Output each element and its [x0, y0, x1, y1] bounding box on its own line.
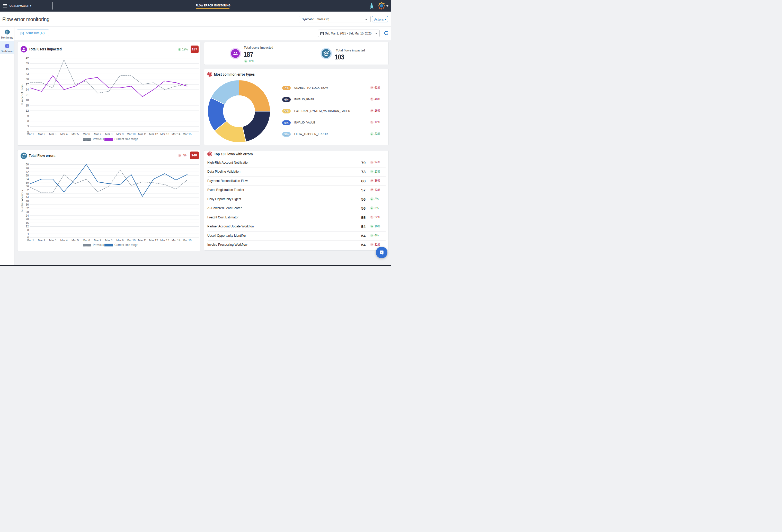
svg-text:Mar 6: Mar 6: [83, 133, 90, 136]
svg-text:80: 80: [26, 163, 29, 166]
svg-text:Mar 15: Mar 15: [183, 239, 191, 242]
svg-text:20: 20: [26, 218, 29, 221]
svg-text:36: 36: [26, 67, 29, 70]
svg-text:Mar 10: Mar 10: [127, 133, 136, 136]
svg-text:Mar 3: Mar 3: [49, 133, 56, 136]
svg-text:12: 12: [26, 225, 29, 228]
svg-text:Mar 6: Mar 6: [83, 239, 90, 242]
svg-text:4: 4: [27, 232, 29, 236]
svg-text:33: 33: [26, 72, 29, 75]
svg-text:56: 56: [26, 185, 29, 188]
svg-text:12: 12: [26, 109, 29, 112]
svg-text:Mar 9: Mar 9: [116, 239, 123, 242]
svg-text:Mar 1: Mar 1: [27, 133, 34, 136]
svg-text:36: 36: [26, 203, 29, 206]
svg-text:Mar 10: Mar 10: [127, 239, 136, 242]
svg-text:Mar 1: Mar 1: [27, 239, 34, 242]
svg-text:Mar 5: Mar 5: [72, 133, 79, 136]
svg-text:Mar 14: Mar 14: [172, 133, 180, 136]
svg-text:Number of errors: Number of errors: [21, 190, 24, 212]
svg-text:24: 24: [26, 88, 29, 91]
svg-text:32: 32: [26, 207, 29, 210]
svg-text:Mar 9: Mar 9: [116, 133, 123, 136]
svg-text:Mar 2: Mar 2: [38, 239, 45, 242]
svg-text:21: 21: [26, 94, 29, 97]
svg-text:40: 40: [26, 199, 29, 203]
svg-text:6: 6: [27, 119, 29, 123]
svg-text:Mar 11: Mar 11: [138, 239, 147, 242]
svg-text:Mar 3: Mar 3: [49, 239, 56, 242]
svg-text:Mar 12: Mar 12: [149, 239, 158, 242]
svg-text:39: 39: [26, 62, 29, 65]
svg-text:Mar 4: Mar 4: [61, 239, 68, 242]
svg-text:Number of users: Number of users: [21, 84, 24, 105]
svg-text:42: 42: [26, 57, 29, 60]
svg-text:27: 27: [26, 83, 29, 86]
svg-text:Mar 8: Mar 8: [105, 133, 112, 136]
svg-text:72: 72: [26, 170, 29, 173]
svg-text:0: 0: [27, 236, 29, 239]
svg-text:16: 16: [26, 221, 29, 224]
svg-text:48: 48: [26, 192, 29, 195]
svg-text:28: 28: [26, 210, 29, 214]
svg-text:Mar 12: Mar 12: [149, 133, 158, 136]
svg-text:Mar 13: Mar 13: [160, 133, 169, 136]
svg-text:Mar 15: Mar 15: [183, 133, 191, 136]
svg-text:Mar 8: Mar 8: [105, 239, 112, 242]
svg-text:52: 52: [26, 188, 29, 192]
svg-text:68: 68: [26, 174, 29, 177]
svg-text:60: 60: [26, 181, 29, 184]
svg-text:Mar 7: Mar 7: [94, 239, 101, 242]
svg-text:8: 8: [27, 228, 29, 232]
svg-text:Mar 14: Mar 14: [172, 239, 180, 242]
svg-text:64: 64: [26, 178, 29, 181]
svg-text:Mar 11: Mar 11: [138, 133, 147, 136]
svg-text:9: 9: [27, 114, 29, 117]
svg-text:24: 24: [26, 214, 29, 217]
svg-text:15: 15: [26, 104, 29, 107]
svg-text:Mar 4: Mar 4: [61, 133, 68, 136]
svg-text:44: 44: [26, 196, 29, 199]
svg-text:Mar 2: Mar 2: [38, 133, 45, 136]
svg-text:76: 76: [26, 167, 29, 170]
svg-text:Mar 13: Mar 13: [160, 239, 169, 242]
svg-text:18: 18: [26, 99, 29, 102]
svg-text:Mar 5: Mar 5: [72, 239, 79, 242]
svg-text:Mar 7: Mar 7: [94, 133, 101, 136]
svg-text:3: 3: [27, 125, 29, 128]
svg-text:30: 30: [26, 78, 29, 81]
